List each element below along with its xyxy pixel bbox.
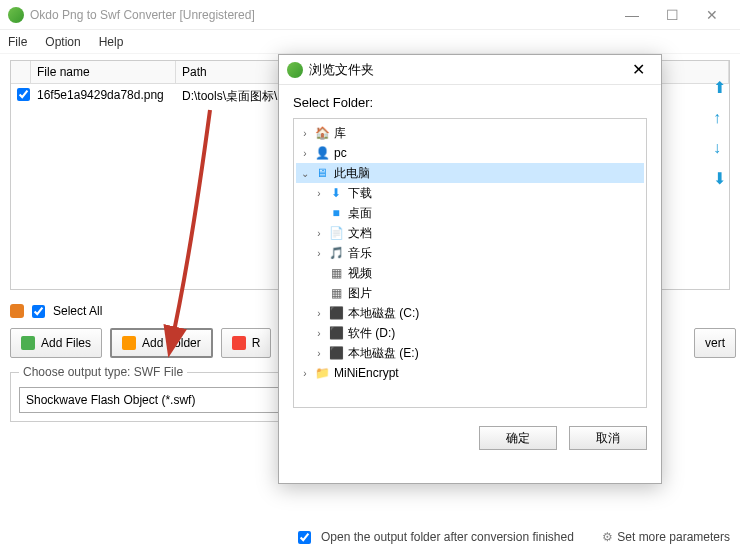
tree-node-icon: 🏠	[314, 126, 330, 140]
open-after-checkbox[interactable]	[298, 531, 311, 544]
tree-node-icon: 🖥	[314, 166, 330, 180]
move-top-icon[interactable]: ⬆	[713, 78, 726, 97]
dialog-close-button[interactable]: ✕	[623, 60, 653, 79]
select-all-label: Select All	[53, 304, 102, 318]
tree-node-icon: ⬛	[328, 326, 344, 340]
tree-item[interactable]: ▦视频	[296, 263, 644, 283]
tree-node-label: 音乐	[348, 245, 372, 262]
dialog-cancel-button[interactable]: 取消	[569, 426, 647, 450]
tree-node-label: 视频	[348, 265, 372, 282]
tree-item[interactable]: ›📁MiNiEncrypt	[296, 363, 644, 383]
move-up-icon[interactable]: ↑	[713, 109, 726, 127]
tree-item[interactable]: ▦图片	[296, 283, 644, 303]
tree-node-icon: 📄	[328, 226, 344, 240]
tree-node-label: 本地磁盘 (C:)	[348, 305, 419, 322]
tree-node-icon: ⬛	[328, 346, 344, 360]
tree-item[interactable]: ›🏠库	[296, 123, 644, 143]
folder-tree[interactable]: ›🏠库›👤pc⌄🖥此电脑›⬇下载■桌面›📄文档›🎵音乐▦视频▦图片›⬛本地磁盘 …	[293, 118, 647, 408]
tree-node-icon: 📁	[314, 366, 330, 380]
col-checkbox	[11, 61, 31, 83]
dialog-logo-icon	[287, 62, 303, 78]
remove-label: R	[252, 336, 261, 350]
tree-node-label: 软件 (D:)	[348, 325, 395, 342]
tree-expander-icon[interactable]: ›	[300, 368, 310, 379]
menu-help[interactable]: Help	[99, 35, 124, 49]
move-down-icon[interactable]: ↓	[713, 139, 726, 157]
tree-item[interactable]: ›⬛软件 (D:)	[296, 323, 644, 343]
tree-node-label: 本地磁盘 (E:)	[348, 345, 419, 362]
output-type-input[interactable]	[19, 387, 279, 413]
maximize-button[interactable]: ☐	[652, 1, 692, 29]
menu-file[interactable]: File	[8, 35, 27, 49]
set-more-label: Set more parameters	[617, 530, 730, 544]
tree-expander-icon[interactable]: ›	[300, 148, 310, 159]
row-checkbox[interactable]	[17, 88, 30, 101]
plus-icon	[21, 336, 35, 350]
select-folder-label: Select Folder:	[293, 95, 647, 110]
tree-item[interactable]: ›👤pc	[296, 143, 644, 163]
output-type-group: Choose output type: SWF File	[10, 372, 300, 422]
row-filename: 16f5e1a9429da78d.png	[31, 86, 176, 107]
tree-node-icon: 👤	[314, 146, 330, 160]
app-logo-icon	[8, 7, 24, 23]
tree-node-label: 图片	[348, 285, 372, 302]
tree-node-label: 文档	[348, 225, 372, 242]
set-more-link[interactable]: ⚙ Set more parameters	[602, 530, 730, 544]
tree-node-icon: ■	[328, 206, 344, 220]
menubar: File Option Help	[0, 30, 740, 54]
side-icons: ⬆ ↑ ↓ ⬇	[713, 78, 726, 188]
add-files-button[interactable]: Add Files	[10, 328, 102, 358]
convert-label: vert	[705, 336, 725, 350]
gear-icon: ⚙	[602, 530, 613, 544]
convert-button[interactable]: vert	[694, 328, 736, 358]
menu-option[interactable]: Option	[45, 35, 80, 49]
move-bottom-icon[interactable]: ⬇	[713, 169, 726, 188]
tree-node-label: 下载	[348, 185, 372, 202]
tree-node-icon: ▦	[328, 266, 344, 280]
tree-item[interactable]: ⌄🖥此电脑	[296, 163, 644, 183]
tree-expander-icon[interactable]: ›	[314, 248, 324, 259]
tree-expander-icon[interactable]: ›	[314, 328, 324, 339]
add-folder-button[interactable]: Add Folder	[110, 328, 213, 358]
tree-node-label: MiNiEncrypt	[334, 366, 399, 380]
tree-node-icon: ▦	[328, 286, 344, 300]
tree-expander-icon[interactable]: ›	[314, 188, 324, 199]
folder-icon	[122, 336, 136, 350]
tree-expander-icon[interactable]: ›	[300, 128, 310, 139]
tree-node-label: 此电脑	[334, 165, 370, 182]
tree-node-icon: 🎵	[328, 246, 344, 260]
col-filename[interactable]: File name	[31, 61, 176, 83]
tree-node-label: 桌面	[348, 205, 372, 222]
dialog-titlebar: 浏览文件夹 ✕	[279, 55, 661, 85]
tree-item[interactable]: ■桌面	[296, 203, 644, 223]
minimize-button[interactable]: —	[612, 1, 652, 29]
select-all-checkbox[interactable]	[32, 305, 45, 318]
remove-icon[interactable]	[10, 304, 24, 318]
add-folder-label: Add Folder	[142, 336, 201, 350]
tree-item[interactable]: ›⬇下载	[296, 183, 644, 203]
tree-node-icon: ⬛	[328, 306, 344, 320]
add-files-label: Add Files	[41, 336, 91, 350]
output-legend: Choose output type: SWF File	[19, 365, 187, 379]
tree-expander-icon[interactable]: ›	[314, 348, 324, 359]
tree-expander-icon[interactable]: ⌄	[300, 168, 310, 179]
bottom-row: Open the output folder after conversion …	[0, 530, 740, 544]
dialog-ok-button[interactable]: 确定	[479, 426, 557, 450]
minus-icon	[232, 336, 246, 350]
remove-button[interactable]: R	[221, 328, 272, 358]
titlebar: Okdo Png to Swf Converter [Unregistered]…	[0, 0, 740, 30]
browse-folder-dialog: 浏览文件夹 ✕ Select Folder: ›🏠库›👤pc⌄🖥此电脑›⬇下载■…	[278, 54, 662, 484]
tree-item[interactable]: ›⬛本地磁盘 (C:)	[296, 303, 644, 323]
tree-item[interactable]: ›🎵音乐	[296, 243, 644, 263]
tree-expander-icon[interactable]: ›	[314, 228, 324, 239]
tree-node-label: pc	[334, 146, 347, 160]
tree-node-icon: ⬇	[328, 186, 344, 200]
tree-item[interactable]: ›⬛本地磁盘 (E:)	[296, 343, 644, 363]
tree-expander-icon[interactable]: ›	[314, 308, 324, 319]
open-after-label: Open the output folder after conversion …	[321, 530, 574, 544]
window-title: Okdo Png to Swf Converter [Unregistered]	[30, 8, 612, 22]
tree-item[interactable]: ›📄文档	[296, 223, 644, 243]
dialog-title: 浏览文件夹	[309, 61, 623, 79]
tree-node-label: 库	[334, 125, 346, 142]
close-button[interactable]: ✕	[692, 1, 732, 29]
